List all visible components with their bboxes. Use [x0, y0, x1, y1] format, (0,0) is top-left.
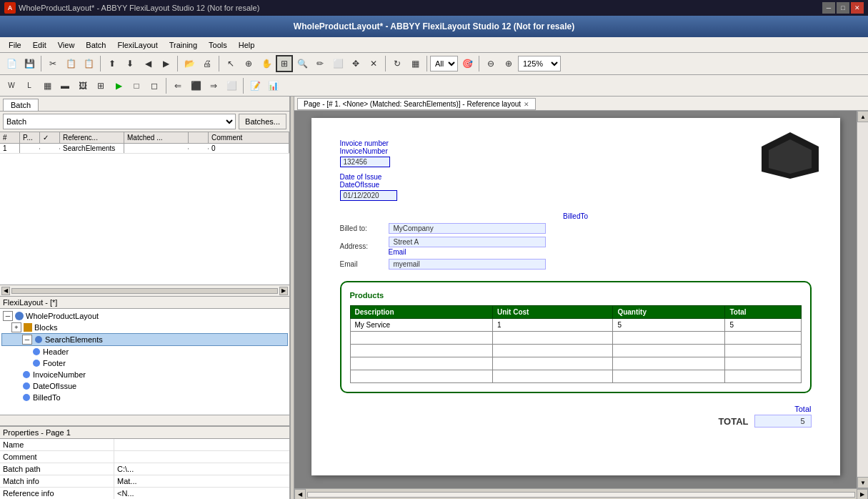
props-key-name: Name: [0, 439, 114, 450]
toolbar-row-1: 📄 💾 ✂ 📋 📋 ⬆ ⬇ ◀ ▶ 📂 🖨 ↖ ⊕ ✋ ⊞ 🔍 ✏ ⬜ ✥ ✕ …: [0, 53, 868, 74]
match-button[interactable]: 🎯: [459, 55, 476, 72]
tree-item-footer[interactable]: Footer: [1, 357, 288, 369]
tb2-btn10[interactable]: ⇐: [169, 77, 186, 94]
close-button[interactable]: ✕: [851, 2, 864, 14]
menu-help[interactable]: Help: [233, 39, 261, 51]
menu-file[interactable]: File: [3, 39, 27, 51]
col-reference: Referenc...: [60, 132, 124, 143]
menu-bar: File Edit View Batch FlexiLayout Trainin…: [0, 37, 868, 53]
tb2-btn3[interactable]: ▦: [39, 77, 56, 94]
down-button[interactable]: ⬇: [121, 55, 139, 72]
select-region-tool[interactable]: ⊞: [276, 55, 293, 72]
save-button[interactable]: 💾: [21, 55, 38, 72]
open-button[interactable]: 📂: [181, 55, 198, 72]
scroll-left[interactable]: ◀: [1, 287, 10, 295]
address-value: Street A: [389, 237, 546, 247]
next-button[interactable]: ▶: [157, 55, 174, 72]
props-row-name: Name: [0, 439, 289, 451]
header-icon: [31, 347, 41, 357]
scroll-right[interactable]: ▶: [279, 287, 288, 295]
batch-tab[interactable]: Batch: [3, 99, 39, 111]
batch-toolbar: Batch Batches...: [0, 112, 289, 132]
tb2-btn6[interactable]: ⊞: [92, 77, 109, 94]
menu-flexilayout[interactable]: FlexiLayout: [112, 39, 164, 51]
maximize-button[interactable]: □: [837, 2, 849, 14]
tree-item-header[interactable]: Header: [1, 346, 288, 357]
pan-tool[interactable]: ✋: [258, 55, 275, 72]
tb2-btn8[interactable]: □: [128, 77, 145, 94]
cell-empty: [492, 345, 612, 357]
delete-tool[interactable]: ✕: [365, 55, 382, 72]
hscrollbar[interactable]: ◀ ▶: [0, 285, 289, 296]
edit-tool[interactable]: ⬜: [329, 55, 346, 72]
table-row: [350, 332, 801, 345]
cell-empty: [725, 345, 801, 357]
main-layout: Batch Batch Batches... # P... ✓ Referenc…: [0, 97, 868, 499]
new-button[interactable]: 📄: [3, 55, 20, 72]
minimize-button[interactable]: ─: [822, 2, 835, 14]
move-tool[interactable]: ✥: [347, 55, 364, 72]
total-col: Total TOTAL 5: [718, 405, 811, 428]
tb2-btn11[interactable]: ⬛: [187, 77, 204, 94]
up-button[interactable]: ⬆: [104, 55, 121, 72]
doc-scroll-right[interactable]: ▶: [857, 489, 868, 500]
menu-training[interactable]: Training: [164, 39, 203, 51]
prev-button[interactable]: ◀: [139, 55, 156, 72]
zoom-out-button[interactable]: ⊖: [482, 55, 499, 72]
tb2-btn13[interactable]: ⬜: [223, 77, 240, 94]
batches-button[interactable]: Batches...: [239, 114, 286, 129]
menu-edit[interactable]: Edit: [27, 39, 52, 51]
expand-blocks[interactable]: +: [11, 322, 21, 332]
col-icon: [189, 132, 209, 143]
cut-button[interactable]: ✂: [44, 55, 61, 72]
menu-tools[interactable]: Tools: [203, 39, 233, 51]
tree-item-billed-to[interactable]: BilledTo: [1, 392, 288, 403]
date-heading: Date of Issue: [340, 173, 812, 181]
tb2-btn5[interactable]: 🖼: [74, 77, 91, 94]
search-tool[interactable]: 🔍: [294, 55, 311, 72]
invoice-number-value: 132456: [340, 157, 390, 167]
tree-item-date-of-issue[interactable]: DateOfIssue: [1, 380, 288, 392]
tb2-btn7[interactable]: ▶: [110, 77, 127, 94]
tb2-btn4[interactable]: ▬: [56, 77, 74, 94]
tree-label-root: WholeProductLayout: [26, 312, 99, 320]
tree-item-search-elements[interactable]: ─ SearchElements: [1, 333, 288, 346]
batch-select[interactable]: Batch: [3, 114, 236, 129]
doc-tab[interactable]: Page - [# 1. <None> (Matched: SearchElem…: [297, 98, 536, 110]
zoom-in-button[interactable]: ⊕: [500, 55, 517, 72]
tb2-btn15[interactable]: 📊: [264, 77, 281, 94]
tb2-btn1[interactable]: W: [3, 77, 20, 94]
menu-batch[interactable]: Batch: [80, 39, 111, 51]
doc-tab-close[interactable]: ✕: [524, 101, 529, 108]
copy-button[interactable]: 📋: [62, 55, 79, 72]
tree-item-invoice-number[interactable]: InvoiceNumber: [1, 369, 288, 380]
address-key: Address:: [340, 242, 383, 250]
doc-scroll-left[interactable]: ◀: [294, 489, 306, 500]
tb2-btn9[interactable]: ◻: [146, 77, 163, 94]
tb2-btn2[interactable]: L: [21, 77, 38, 94]
scroll-down[interactable]: ▼: [857, 477, 868, 488]
scroll-up[interactable]: ▲: [857, 111, 868, 122]
doc-canvas[interactable]: Invoice number InvoiceNumber 132456 Date…: [294, 111, 857, 488]
zoom-select[interactable]: 125%: [518, 56, 561, 71]
expand-search[interactable]: ─: [22, 335, 32, 345]
tree-item-root[interactable]: ─ WholeProductLayout: [1, 310, 288, 322]
paste-button[interactable]: 📋: [80, 55, 97, 72]
expand-root[interactable]: ─: [3, 311, 13, 321]
rotate-tool[interactable]: ↻: [389, 55, 406, 72]
doc-hscrollbar[interactable]: ◀ ▶: [294, 488, 868, 499]
print-button[interactable]: 🖨: [199, 55, 216, 72]
zoom-tool[interactable]: ⊕: [240, 55, 257, 72]
table-row[interactable]: 1 SearchElements 0: [0, 144, 289, 154]
tb2-btn14[interactable]: 📝: [246, 77, 264, 94]
pointer-tool[interactable]: ↖: [222, 55, 239, 72]
menu-view[interactable]: View: [52, 39, 81, 51]
tree-item-blocks[interactable]: + Blocks: [1, 322, 288, 333]
vertical-scrollbar[interactable]: ▲ ▼: [857, 111, 868, 488]
all-select[interactable]: All: [430, 56, 458, 71]
pencil-tool[interactable]: ✏: [311, 55, 329, 72]
crop-tool[interactable]: ▦: [406, 55, 424, 72]
props-key-match-info: Match info: [0, 475, 114, 487]
tb2-btn12[interactable]: ⇒: [205, 77, 222, 94]
invoice-number-heading: Invoice number: [340, 139, 812, 147]
